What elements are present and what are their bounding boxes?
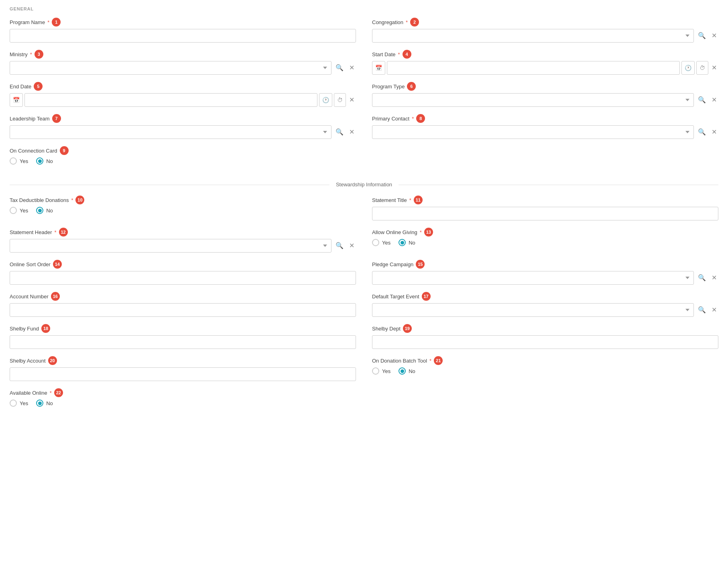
program-name-input[interactable] — [10, 29, 356, 43]
default-target-event-text: Default Target Event — [372, 294, 419, 300]
primary-contact-group: Primary Contact * 8 🔍 ✕ — [372, 114, 718, 139]
statement-header-select[interactable] — [10, 239, 331, 253]
statement-header-badge: 12 — [59, 228, 68, 237]
statement-title-text: Statement Title — [372, 197, 407, 203]
primary-contact-select[interactable] — [372, 125, 694, 139]
program-type-text: Program Type — [372, 84, 405, 90]
tax-deductible-no-radio[interactable] — [36, 207, 43, 214]
leadership-team-clear-btn[interactable]: ✕ — [348, 127, 356, 137]
default-target-event-group: Default Target Event 17 🔍 ✕ — [372, 292, 718, 317]
on-connection-card-no-label: No — [46, 158, 53, 164]
shelby-account-group: Shelby Account 20 — [10, 356, 356, 381]
statement-header-clear-btn[interactable]: ✕ — [348, 241, 356, 251]
leadership-team-select[interactable] — [10, 125, 331, 139]
default-target-event-select[interactable] — [372, 303, 694, 317]
on-donation-batch-tool-yes-option[interactable]: Yes — [372, 367, 390, 375]
statement-title-input[interactable] — [372, 207, 718, 220]
congregation-search-btn[interactable]: 🔍 — [696, 31, 708, 41]
shelby-fund-badge: 18 — [41, 324, 50, 333]
available-online-yes-radio[interactable] — [10, 400, 17, 407]
allow-online-giving-text: Allow Online Giving — [372, 229, 417, 235]
shelby-dept-input[interactable] — [372, 335, 718, 349]
ministry-search-btn[interactable]: 🔍 — [334, 63, 345, 73]
shelby-dept-group: Shelby Dept 19 — [372, 324, 718, 349]
congregation-clear-btn[interactable]: ✕ — [710, 31, 718, 41]
tax-deductible-required: * — [71, 197, 73, 203]
program-type-select[interactable] — [372, 93, 694, 107]
shelby-account-text: Shelby Account — [10, 358, 46, 364]
leadership-team-search-btn[interactable]: 🔍 — [334, 127, 345, 137]
on-connection-card-no-radio[interactable] — [36, 157, 43, 165]
on-connection-card-yes-option[interactable]: Yes — [10, 157, 28, 165]
pledge-campaign-text: Pledge Campaign — [372, 261, 413, 267]
shelby-fund-group: Shelby Fund 18 — [10, 324, 356, 349]
on-donation-batch-tool-yes-label: Yes — [382, 368, 390, 374]
account-number-input[interactable] — [10, 303, 356, 317]
tax-deductible-badge: 10 — [75, 196, 84, 204]
primary-contact-clear-btn[interactable]: ✕ — [710, 127, 718, 137]
available-online-label: Available Online * 22 — [10, 388, 356, 397]
end-date-clock-btn[interactable]: 🕐 — [319, 93, 332, 107]
ministry-badge: 3 — [35, 50, 43, 59]
tax-deductible-radio-group: Yes No — [10, 207, 356, 214]
pledge-campaign-badge: 15 — [416, 260, 425, 269]
statement-header-label: Statement Header * 12 — [10, 228, 356, 237]
statement-title-required: * — [409, 197, 411, 203]
default-target-event-clear-btn[interactable]: ✕ — [710, 305, 718, 315]
on-donation-batch-tool-yes-radio[interactable] — [372, 367, 379, 375]
pledge-campaign-clear-btn[interactable]: ✕ — [710, 273, 718, 283]
start-date-calendar-btn[interactable]: 📅 — [372, 61, 385, 75]
allow-online-giving-no-option[interactable]: No — [399, 239, 415, 246]
end-date-input[interactable] — [24, 93, 317, 107]
on-donation-batch-tool-no-radio[interactable] — [399, 367, 406, 375]
start-date-clear-btn[interactable]: ✕ — [710, 63, 718, 73]
statement-title-group: Statement Title * 11 — [372, 196, 718, 220]
program-name-label: Program Name * 1 — [10, 18, 356, 27]
on-connection-card-yes-label: Yes — [20, 158, 28, 164]
end-date-clear-btn[interactable]: ✕ — [348, 95, 356, 105]
start-date-text: Start Date — [372, 51, 396, 57]
pledge-campaign-label: Pledge Campaign 15 — [372, 260, 718, 269]
on-donation-batch-tool-badge: 21 — [434, 356, 443, 365]
online-sort-order-group: Online Sort Order 14 — [10, 260, 356, 285]
on-connection-card-yes-radio[interactable] — [10, 157, 17, 165]
pledge-campaign-group: Pledge Campaign 15 🔍 ✕ — [372, 260, 718, 285]
allow-online-giving-yes-radio[interactable] — [372, 239, 379, 246]
online-sort-order-input[interactable] — [10, 271, 356, 285]
program-name-group: Program Name * 1 — [10, 18, 356, 43]
pledge-campaign-search-btn[interactable]: 🔍 — [696, 273, 708, 283]
pledge-campaign-select[interactable] — [372, 271, 694, 285]
start-date-stopwatch-btn[interactable]: ⏱ — [696, 61, 708, 75]
tax-deductible-yes-option[interactable]: Yes — [10, 207, 28, 214]
congregation-select[interactable] — [372, 29, 694, 43]
program-name-text: Program Name — [10, 19, 45, 25]
ministry-text: Ministry — [10, 51, 28, 57]
available-online-no-radio[interactable] — [36, 400, 43, 407]
program-type-clear-btn[interactable]: ✕ — [710, 95, 718, 105]
available-online-no-label: No — [46, 400, 53, 406]
start-date-badge: 4 — [403, 50, 411, 59]
default-target-event-badge: 17 — [422, 292, 431, 301]
on-donation-batch-tool-no-option[interactable]: No — [399, 367, 415, 375]
end-date-calendar-btn[interactable]: 📅 — [10, 93, 23, 107]
statement-header-search-btn[interactable]: 🔍 — [334, 241, 345, 251]
tax-deductible-text: Tax Deductible Donations — [10, 197, 69, 203]
program-type-search-btn[interactable]: 🔍 — [696, 95, 708, 105]
available-online-no-option[interactable]: No — [36, 400, 53, 407]
start-date-input[interactable] — [387, 61, 680, 75]
primary-contact-search-btn[interactable]: 🔍 — [696, 127, 708, 137]
tax-deductible-no-option[interactable]: No — [36, 207, 53, 214]
allow-online-giving-yes-option[interactable]: Yes — [372, 239, 390, 246]
on-connection-card-no-option[interactable]: No — [36, 157, 53, 165]
shelby-fund-input[interactable] — [10, 335, 356, 349]
end-date-stopwatch-btn[interactable]: ⏱ — [334, 93, 346, 107]
ministry-select[interactable] — [10, 61, 331, 75]
default-target-event-search-btn[interactable]: 🔍 — [696, 305, 708, 315]
ministry-clear-btn[interactable]: ✕ — [348, 63, 356, 73]
start-date-clock-btn[interactable]: 🕐 — [681, 61, 695, 75]
available-online-yes-option[interactable]: Yes — [10, 400, 28, 407]
shelby-account-input[interactable] — [10, 367, 356, 381]
ministry-field-wrapper: 🔍 ✕ — [10, 61, 356, 75]
allow-online-giving-no-radio[interactable] — [399, 239, 406, 246]
tax-deductible-yes-radio[interactable] — [10, 207, 17, 214]
